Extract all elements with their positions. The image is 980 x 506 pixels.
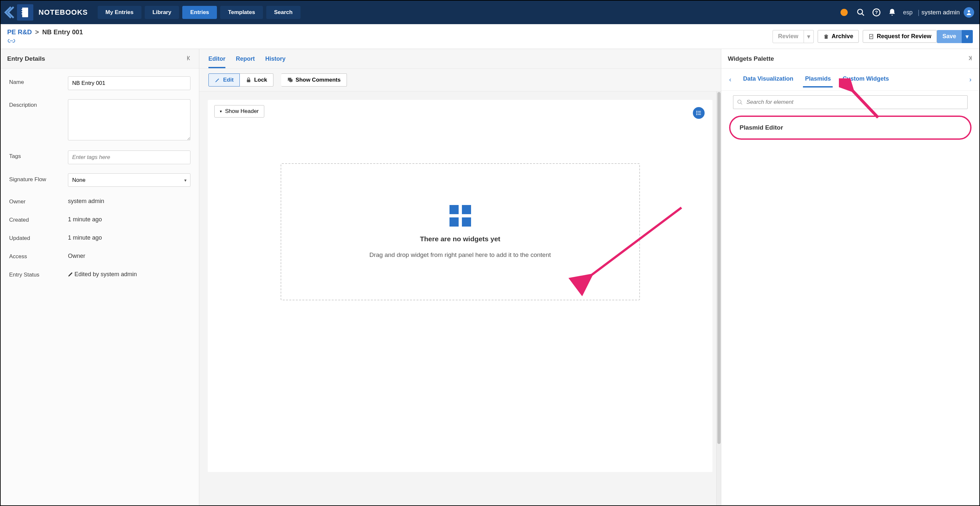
nav-tab-search[interactable]: Search <box>266 6 301 19</box>
notebook-icon <box>17 4 33 21</box>
created-label: Created <box>9 214 68 223</box>
nav-tab-entries[interactable]: Entries <box>182 6 217 19</box>
nav-tab-my-entries[interactable]: My Entries <box>98 6 142 19</box>
widget-tab-custom[interactable]: Custom Widgets <box>840 71 891 87</box>
comments-icon <box>287 77 293 83</box>
show-header-label: Show Header <box>225 108 259 114</box>
grid-icon <box>450 205 471 227</box>
widget-search-input[interactable] <box>733 95 967 109</box>
svg-rect-2 <box>22 11 23 12</box>
description-input[interactable] <box>68 99 191 140</box>
nav-tab-templates[interactable]: Templates <box>220 6 263 19</box>
name-input[interactable] <box>68 76 191 90</box>
sigflow-select[interactable]: None <box>68 173 191 187</box>
svg-rect-16 <box>698 114 701 115</box>
edit-button[interactable]: Edit <box>208 73 240 87</box>
show-header-button[interactable]: ▾ Show Header <box>214 105 264 117</box>
list-icon <box>695 110 702 116</box>
svg-point-19 <box>738 100 741 103</box>
back-chevron-icon[interactable] <box>1 1 17 24</box>
palette-item-plasmid-editor[interactable]: Plasmid Editor <box>729 116 972 140</box>
breadcrumb-parent[interactable]: PE R&D <box>7 29 32 36</box>
tabs-scroll-left-icon[interactable]: ‹ <box>727 74 733 85</box>
breadcrumb: PE R&D > NB Entry 001 <box>7 29 83 45</box>
scrollbar[interactable] <box>716 91 721 505</box>
svg-point-13 <box>697 112 697 113</box>
tab-editor[interactable]: Editor <box>208 51 225 68</box>
caret-down-icon: ▾ <box>220 109 222 114</box>
access-label: Access <box>9 251 68 260</box>
status-value: Edited by system admin <box>68 269 137 278</box>
link-icon[interactable] <box>7 38 83 45</box>
trash-icon <box>823 33 829 40</box>
description-label: Description <box>9 99 68 108</box>
svg-point-8 <box>968 10 970 13</box>
updated-value: 1 minute ago <box>68 232 102 241</box>
widget-tab-data-viz[interactable]: Data Visualization <box>741 71 795 87</box>
action-bar: PE R&D > NB Entry 001 Review ▾ Archive R… <box>1 24 979 49</box>
svg-text:?: ? <box>875 10 878 15</box>
breadcrumb-current: NB Entry 001 <box>42 29 83 36</box>
tags-label: Tags <box>9 151 68 160</box>
show-comments-button[interactable]: Show Comments <box>281 73 347 87</box>
widgets-palette-title: Widgets Palette <box>728 55 774 62</box>
status-dot-icon <box>840 9 848 16</box>
svg-rect-12 <box>698 111 701 112</box>
check-clipboard-icon <box>868 33 874 40</box>
esp-label: esp <box>903 9 913 16</box>
bell-icon[interactable] <box>888 8 897 17</box>
status-label: Entry Status <box>9 269 68 278</box>
owner-label: Owner <box>9 196 68 205</box>
palette-item-label: Plasmid Editor <box>740 124 783 131</box>
review-dropdown[interactable]: ▾ <box>804 30 814 43</box>
tab-report[interactable]: Report <box>236 51 255 68</box>
tab-history[interactable]: History <box>265 51 285 68</box>
breadcrumb-sep: > <box>35 29 39 36</box>
save-button[interactable]: Save <box>937 30 962 43</box>
archive-button[interactable]: Archive <box>818 30 859 43</box>
tabs-scroll-right-icon[interactable]: › <box>967 74 974 85</box>
app-title: NOTEBOOKS <box>38 8 88 17</box>
sigflow-label: Signature Flow <box>9 173 68 183</box>
svg-rect-0 <box>22 8 28 17</box>
widget-tab-plasmids[interactable]: Plasmids <box>803 71 833 87</box>
entry-details-panel: Entry Details Name Description Tags <box>1 49 199 505</box>
search-icon[interactable] <box>856 8 865 17</box>
lock-label: Lock <box>254 77 267 83</box>
collapse-right-icon[interactable] <box>966 55 973 62</box>
svg-point-15 <box>697 114 697 115</box>
svg-line-20 <box>741 103 742 105</box>
user-label: system admin <box>921 9 960 16</box>
review-button[interactable]: Review <box>773 30 804 43</box>
nav-tab-library[interactable]: Library <box>145 6 179 19</box>
svg-point-11 <box>697 111 697 112</box>
pencil-icon <box>215 77 221 83</box>
edit-label: Edit <box>223 77 234 83</box>
name-label: Name <box>9 76 68 86</box>
top-navbar: NOTEBOOKS My Entries Library Entries Tem… <box>1 1 979 24</box>
lock-button[interactable]: Lock <box>240 73 274 87</box>
svg-rect-1 <box>22 9 23 10</box>
show-comments-label: Show Comments <box>296 77 341 83</box>
collapse-left-icon[interactable] <box>186 55 192 62</box>
entry-details-title: Entry Details <box>7 55 45 62</box>
owner-value: system admin <box>68 196 104 205</box>
tags-input[interactable] <box>68 151 191 164</box>
search-icon <box>737 99 743 105</box>
access-value: Owner <box>68 251 85 260</box>
svg-point-4 <box>858 9 862 14</box>
svg-line-5 <box>862 13 864 16</box>
list-toggle-button[interactable] <box>693 107 705 119</box>
svg-rect-3 <box>22 13 23 14</box>
save-dropdown[interactable]: ▾ <box>962 30 973 43</box>
lock-icon <box>246 77 251 83</box>
dropzone-title: There are no widgets yet <box>420 235 500 243</box>
request-label: Request for Review <box>877 33 931 40</box>
help-icon[interactable]: ? <box>872 8 881 17</box>
divider: | <box>918 9 920 16</box>
svg-rect-10 <box>247 79 251 82</box>
avatar[interactable] <box>964 7 974 17</box>
widget-dropzone[interactable]: There are no widgets yet Drag and drop w… <box>281 163 640 300</box>
widgets-palette-panel: Widgets Palette ‹ Data Visualization Pla… <box>721 49 979 505</box>
request-review-button[interactable]: Request for Review <box>863 30 937 43</box>
